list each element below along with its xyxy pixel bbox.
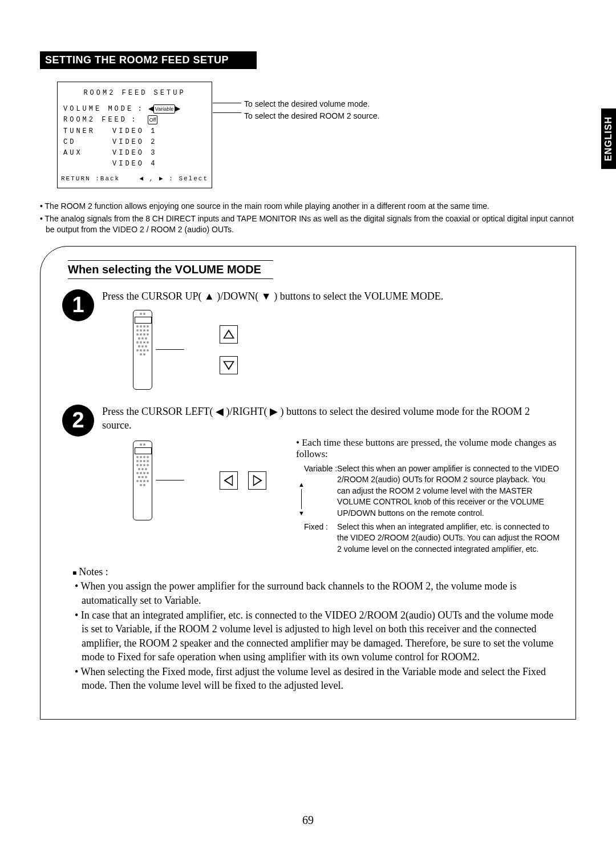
cursor-up-icon: [220, 325, 238, 344]
osd-source: CD: [63, 137, 95, 148]
cycle-arrow-icon: ▲ ▼: [298, 480, 305, 518]
remote-diagram: [102, 441, 266, 520]
cursor-right-icon: [248, 471, 266, 490]
osd-row-label: VOLUME MODE: [63, 105, 133, 113]
osd-row-label: ROOM2 FEED: [63, 116, 127, 124]
mode-label: Fixed :: [304, 522, 337, 555]
osd-header: ROOM2 FEED SETUP: [63, 88, 206, 99]
cursor-left-icon: [220, 471, 238, 490]
leader-line: [156, 349, 184, 350]
intro-bullet: • The ROOM 2 function allows enjoying on…: [46, 201, 576, 212]
intro-bullets: • The ROOM 2 function allows enjoying on…: [40, 201, 576, 236]
cursor-down-icon: [220, 356, 238, 374]
section-title-block: SETTING THE ROOM2 FEED SETUP: [40, 51, 257, 69]
mode-text: Select this when an integrated amplifier…: [337, 522, 560, 555]
section-title: SETTING THE ROOM2 FEED SETUP: [40, 52, 256, 68]
step-2: 2 Press the CURSOR LEFT( ◀ )/RIGHT( ▶ ) …: [62, 405, 560, 694]
remote-icon: [133, 310, 152, 390]
remote-icon: [133, 441, 152, 520]
step-badge: 1: [62, 289, 94, 321]
step-sub-bullet: • Each time these buttons are pressed, t…: [296, 437, 560, 460]
osd-desc-line: To select the desired ROOM 2 source.: [244, 110, 379, 122]
osd-source: VIDEO 3: [112, 148, 157, 159]
osd-source: VIDEO 2: [112, 137, 157, 148]
osd-volume-mode-row: VOLUME MODE : ◀Variable▶: [63, 103, 206, 115]
osd-row-value: Variable: [153, 104, 175, 114]
step-1: 1 Press the CURSOR UP( ▲ )/DOWN( ▼ ) but…: [62, 289, 560, 390]
mode-cycle-list: ▲ ▼ Variable : Select this when an power…: [304, 463, 560, 555]
mode-text: Select this when an power amplifier is c…: [337, 463, 560, 519]
step-instruction: Press the CURSOR LEFT( ◀ )/RIGHT( ▶ ) bu…: [102, 405, 560, 433]
notes-heading: Notes :: [72, 566, 560, 578]
note-item: • In case that an integrated amplifier, …: [82, 608, 560, 664]
remote-diagram: [102, 310, 238, 390]
leader-line: [156, 480, 184, 480]
mode-label: Variable :: [304, 463, 337, 519]
osd-source: AUX: [63, 148, 95, 159]
notes-list: • When you assign the power amplifier fo…: [72, 579, 560, 692]
leader-line: [213, 103, 241, 103]
osd-return: RETURN :Back: [61, 174, 120, 184]
mode-item: Variable : Select this when an power amp…: [304, 463, 560, 519]
osd-description: To select the desired volume mode. To se…: [244, 98, 379, 122]
step-badge: 2: [62, 405, 94, 437]
osd-row-value: Off: [148, 115, 158, 124]
page-number: 69: [0, 814, 616, 827]
leader-line: [213, 112, 241, 113]
step-instruction: Press the CURSOR UP( ▲ )/DOWN( ▼ ) butto…: [102, 289, 560, 303]
note-item: • When selecting the Fixed mode, first a…: [82, 665, 560, 693]
osd-source: VIDEO 1: [112, 126, 157, 137]
osd-desc-line: To select the desired volume mode.: [244, 98, 379, 110]
note-item: • When you assign the power amplifier fo…: [82, 579, 560, 607]
language-tab: ENGLISH: [601, 108, 616, 169]
osd-source: TUNER: [63, 126, 95, 137]
osd-screen: ROOM2 FEED SETUP VOLUME MODE : ◀Variable…: [57, 82, 212, 188]
sub-title: When selecting the VOLUME MODE: [68, 260, 273, 279]
main-procedure-box: When selecting the VOLUME MODE 1 Press t…: [40, 246, 576, 720]
intro-bullet: • The analog signals from the 8 CH DIREC…: [46, 213, 576, 236]
osd-source: VIDEO 4: [112, 159, 157, 169]
osd-select-hint: ◀ , ▶ : Select: [140, 174, 208, 184]
osd-room2-feed-row: ROOM2 FEED : Off: [63, 115, 206, 126]
mode-item: Fixed : Select this when an integrated a…: [304, 522, 560, 555]
